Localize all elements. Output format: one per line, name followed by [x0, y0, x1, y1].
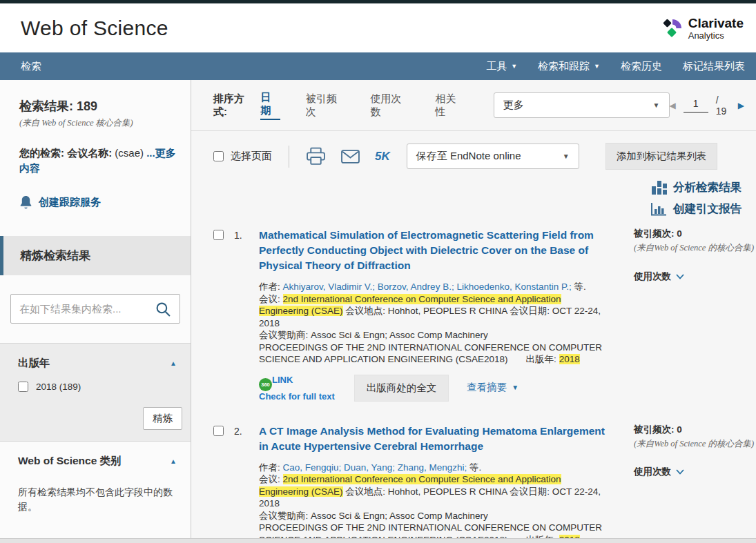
result-1-proceedings: PROCEEDINGS OF THE 2ND INTERNATIONAL CON…	[259, 342, 608, 366]
search-icon[interactable]	[155, 302, 171, 319]
brand-sub: Analytics	[688, 31, 744, 40]
results-summary: 检索结果: 189 (来自 Web of Science 核心合集) 您的检索:…	[0, 80, 191, 226]
result-1-fulltext-button[interactable]: 出版商处的全文	[354, 375, 449, 402]
result-item-2: 2. A CT Image Analysis Method for Evalua…	[213, 424, 756, 543]
select-page-checkbox[interactable]	[213, 151, 224, 161]
chevron-down-icon: ▼	[511, 63, 517, 70]
result-1-sponsor: 会议赞助商: Assoc Sci & Engn; Assoc Comp Mach…	[259, 329, 608, 342]
result-2-authors: 作者: Cao, Fengqiu; Duan, Yang; Zhang, Men…	[259, 462, 608, 474]
times-cited: 被引频次: 0	[634, 424, 756, 436]
chevron-down-icon: ▼	[594, 63, 600, 70]
result-1-360link[interactable]: 360LINK Check for full text	[259, 375, 335, 402]
main-nav: 检索 工具▼ 检索和跟踪▼ 检索历史 标记结果列表	[0, 52, 756, 80]
bell-icon	[19, 195, 32, 210]
app-title[interactable]: Web of Science	[21, 17, 168, 40]
sort-more-select[interactable]: 更多 ▼	[494, 92, 670, 118]
page-prev-icon[interactable]: ◀	[670, 101, 676, 110]
chevron-down-icon: ▼	[653, 101, 660, 109]
analyze-blocks-icon	[652, 181, 667, 195]
result-item-1: 1. Mathematical Simulation of Electromag…	[213, 228, 756, 402]
nav-item-search-alerts[interactable]: 检索和跟踪▼	[538, 60, 600, 73]
page-number-input[interactable]: 1	[684, 98, 708, 113]
pagination: ◀ 1 / 19 ▶	[670, 95, 745, 117]
nav-item-tools[interactable]: 工具▼	[486, 60, 517, 73]
page-next-icon[interactable]: ▶	[738, 101, 744, 110]
result-1-view-abstract[interactable]: 查看摘要 ▼	[467, 381, 518, 394]
clarivate-logo-icon	[661, 17, 684, 39]
sort-option-date[interactable]: 日期	[260, 91, 280, 120]
app-header: Web of Science Clarivate Analytics	[0, 3, 756, 52]
clarivate-logo: Clarivate Analytics	[661, 17, 746, 40]
chevron-down-icon	[676, 469, 684, 475]
create-alert-link[interactable]: 创建跟踪服务	[19, 195, 178, 210]
result-1-usage-count[interactable]: 使用次数	[634, 270, 756, 283]
divider	[289, 146, 289, 168]
sort-bar: 排序方式: 日期 被引频次 使用次数 相关性 更多 ▼ ◀ 1 / 19 ▶	[191, 80, 756, 131]
sidebar: 检索结果: 189 (来自 Web of Science 核心合集) 您的检索:…	[0, 80, 191, 543]
export-speed-label[interactable]: 5K	[375, 150, 390, 164]
facet-publication-year-header[interactable]: 出版年 ▲	[18, 356, 177, 371]
refine-search-box	[0, 275, 191, 343]
select-page-option[interactable]: 选择页面	[213, 150, 272, 163]
result-1-title[interactable]: Mathematical Simulation of Electromagnet…	[259, 228, 608, 273]
save-to-select[interactable]: 保存至 EndNote online ▼	[407, 144, 579, 169]
facet-wos-category-note: 所有检索结果均不包含此字段中的数据。	[18, 485, 177, 532]
360-badge-icon: 360	[259, 378, 272, 391]
results-main: 排序方式: 日期 被引频次 使用次数 相关性 更多 ▼ ◀ 1 / 19 ▶ 选…	[191, 80, 756, 543]
highlighted-pub-year: 2018	[559, 354, 580, 364]
your-search-value: (csae)	[115, 147, 144, 159]
print-icon[interactable]	[306, 147, 326, 166]
result-1-checkbox[interactable]	[213, 230, 224, 240]
result-2-conference: 会议: 2nd International Conference on Comp…	[259, 473, 608, 510]
analyze-results-link[interactable]: 分析检索结果	[652, 180, 742, 195]
times-cited-source: (来自Web of Science 的核心合集)	[634, 438, 756, 450]
facet-2018-checkbox[interactable]	[18, 382, 28, 392]
results-source-note: (来自 Web of Science 核心合集)	[19, 117, 178, 129]
chevron-up-icon[interactable]: ▲	[170, 457, 177, 465]
result-2-author-links[interactable]: Cao, Fengqiu; Duan, Yang; Zhang, Mengzhi…	[283, 462, 467, 473]
page-bottom-strip	[0, 538, 756, 543]
chevron-up-icon[interactable]: ▲	[170, 359, 177, 367]
check-full-text-link[interactable]: Check for full text	[259, 391, 335, 402]
chevron-down-icon: ▼	[512, 384, 518, 391]
result-2-stats: 被引频次: 0 (来自Web of Science 的核心合集) 使用次数	[634, 424, 756, 543]
facet-publication-year: 出版年 ▲ 2018 (189) 精炼	[0, 343, 191, 441]
sort-option-times-cited[interactable]: 被引频次	[306, 92, 345, 119]
result-2-sponsor: 会议赞助商: Assoc Sci & Engn; Assoc Comp Mach…	[259, 510, 608, 522]
results-count-label: 检索结果:	[19, 99, 73, 113]
page-total: / 19	[716, 95, 730, 117]
refine-button[interactable]: 精炼	[143, 407, 182, 430]
times-cited-source: (来自Web of Science 的核心合集)	[634, 242, 756, 254]
result-1-stats: 被引频次: 0 (来自Web of Science 的核心合集) 使用次数	[634, 228, 756, 402]
email-icon[interactable]	[341, 150, 360, 164]
result-2-usage-count[interactable]: 使用次数	[634, 466, 756, 478]
result-1-authors: 作者: Akhiyarov, Vladimir V.; Borzov, Andr…	[259, 281, 608, 293]
sort-label: 排序方式:	[213, 92, 255, 119]
result-2-title[interactable]: A CT Image Analysis Method for Evaluatin…	[259, 424, 608, 454]
nav-search-tab[interactable]: 检索	[21, 60, 41, 73]
refine-results-header: 精炼检索结果	[0, 236, 191, 275]
action-toolbar: 选择页面 5K 保存至 EndNote online ▼	[191, 131, 756, 180]
result-1-author-links[interactable]: Akhiyarov, Vladimir V.; Borzov, Andrey B…	[283, 282, 572, 292]
nav-item-search-history[interactable]: 检索历史	[621, 60, 662, 73]
result-2-index: 2.	[234, 426, 242, 437]
result-1-index: 1.	[234, 230, 242, 241]
times-cited: 被引频次: 0	[634, 228, 756, 240]
citation-report-link[interactable]: 创建引文报告	[650, 201, 742, 217]
chevron-down-icon: ▼	[563, 152, 570, 160]
facet-wos-category-header[interactable]: Web of Science 类别 ▲	[18, 454, 177, 468]
nav-item-marked-list[interactable]: 标记结果列表	[683, 60, 745, 73]
sort-option-relevance[interactable]: 相关性	[435, 92, 465, 119]
facet-option-2018[interactable]: 2018 (189)	[18, 382, 177, 392]
results-count-value: 189	[77, 99, 97, 113]
results-list: 1. Mathematical Simulation of Electromag…	[191, 217, 756, 543]
result-1-conference: 会议: 2nd International Conference on Comp…	[259, 293, 608, 330]
your-search-line: 您的检索: 会议名称: (csae) ...更多内容	[19, 146, 178, 176]
facet-wos-category: Web of Science 类别 ▲ 所有检索结果均不包含此字段中的数据。	[0, 441, 191, 543]
analyze-links: 分析检索结果 创建引文报告	[191, 180, 756, 217]
bar-chart-icon	[650, 202, 667, 216]
chevron-down-icon	[676, 274, 684, 279]
add-to-marked-list-button[interactable]: 添加到标记结果列表	[605, 143, 718, 170]
result-2-checkbox[interactable]	[213, 426, 224, 436]
sort-option-usage-count[interactable]: 使用次数	[370, 92, 409, 119]
